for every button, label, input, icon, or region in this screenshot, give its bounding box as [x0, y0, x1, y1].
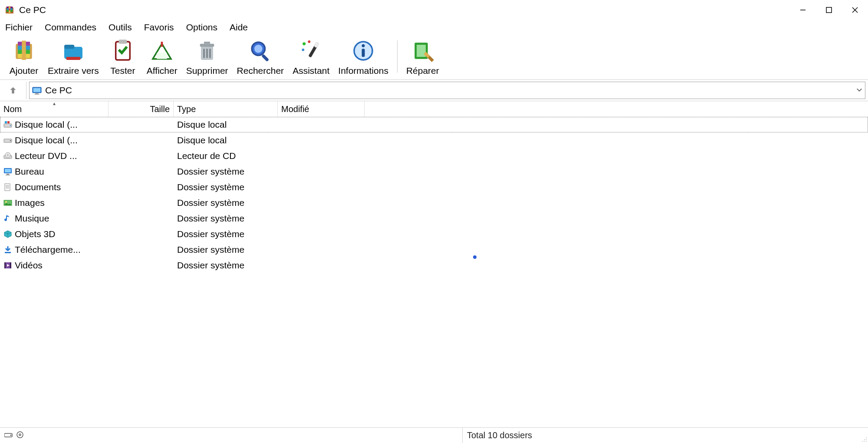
list-item[interactable]: BureauDossier système — [0, 164, 868, 179]
column-header-type[interactable]: Type — [174, 101, 278, 117]
resize-grip[interactable] — [859, 428, 868, 443]
column-header-label: Type — [177, 104, 196, 114]
toolbar-repair-button[interactable]: Réparer — [402, 37, 444, 76]
item-name: Objets 3D — [15, 229, 55, 239]
sort-indicator-icon: ▴ — [53, 101, 56, 106]
toolbar-label: Tester — [110, 66, 135, 76]
column-header-label: Modifié — [281, 104, 309, 114]
item-type: Dossier système — [174, 166, 278, 177]
svg-point-72 — [17, 432, 23, 438]
app-icon — [4, 5, 15, 15]
item-name: Disque local (... — [15, 119, 78, 130]
item-type: Dossier système — [174, 260, 278, 271]
svg-point-74 — [866, 437, 867, 438]
chevron-down-icon[interactable] — [856, 87, 862, 94]
list-item[interactable]: ImagesDossier système — [0, 195, 868, 211]
svg-rect-22 — [161, 42, 163, 47]
svg-rect-66 — [5, 252, 11, 253]
svg-point-38 — [362, 44, 365, 47]
toolbar-delete-button[interactable]: Supprimer — [182, 37, 233, 76]
list-item[interactable]: Disque local (...Disque local — [0, 117, 868, 132]
svg-rect-5 — [9, 9, 10, 10]
list-item[interactable]: VidéosDossier système — [0, 258, 868, 273]
extract-icon — [61, 39, 85, 63]
list-item[interactable]: Objets 3DDossier système — [0, 226, 868, 242]
menu-item-aide[interactable]: Aide — [230, 22, 248, 33]
svg-point-73 — [19, 434, 21, 436]
toolbar-label: Réparer — [406, 66, 439, 76]
svg-rect-25 — [204, 42, 210, 44]
window-title: Ce PC — [19, 5, 46, 15]
toolbar-test-button[interactable]: Tester — [103, 37, 142, 76]
svg-rect-45 — [34, 94, 39, 95]
item-name: Disque local (... — [15, 135, 78, 145]
address-field[interactable]: Ce PC — [29, 82, 865, 99]
svg-point-36 — [302, 49, 304, 51]
column-header-size[interactable]: Taille — [108, 101, 174, 117]
toolbar-info-button[interactable]: Informations — [334, 37, 393, 76]
list-body[interactable]: Disque local (...Disque localDisque loca… — [0, 117, 868, 427]
svg-rect-69 — [10, 262, 11, 268]
item-type: Dossier système — [174, 229, 278, 239]
test-icon — [111, 39, 135, 63]
drive-primary-icon — [3, 120, 12, 129]
svg-point-55 — [7, 155, 9, 156]
toolbar-label: Ajouter — [10, 66, 39, 76]
column-header-name[interactable]: Nom ▴ — [0, 101, 108, 117]
svg-point-52 — [10, 140, 11, 141]
svg-rect-47 — [5, 121, 7, 123]
column-header-label: Taille — [150, 104, 170, 114]
item-name: Téléchargeme... — [15, 245, 81, 255]
item-type: Dossier système — [174, 182, 278, 192]
svg-rect-18 — [66, 57, 81, 60]
svg-rect-43 — [33, 88, 40, 92]
address-text: Ce PC — [45, 85, 853, 96]
column-header-modified[interactable]: Modifié — [278, 101, 365, 117]
menu-item-commandes[interactable]: Commandes — [45, 22, 96, 33]
file-list: Nom ▴ Taille Type Modifié Disque local (… — [0, 101, 868, 427]
list-item[interactable]: Lecteur DVD ...Lecteur de CD — [0, 148, 868, 164]
toolbar-search-button[interactable]: Rechercher — [233, 37, 289, 76]
titlebar: Ce PC — [0, 0, 868, 20]
svg-point-78 — [864, 441, 865, 442]
item-name: Lecteur DVD ... — [15, 151, 77, 161]
column-header-label: Nom — [3, 104, 22, 114]
svg-rect-21 — [157, 53, 167, 59]
list-item[interactable]: Disque local (...Disque local — [0, 132, 868, 148]
toolbar-wizard-button[interactable]: Assistant — [288, 37, 334, 76]
images-icon — [3, 198, 12, 207]
music-icon — [3, 214, 12, 223]
svg-point-35 — [308, 40, 310, 43]
list-item[interactable]: DocumentsDossier système — [0, 179, 868, 195]
menu-item-options[interactable]: Options — [186, 22, 217, 33]
svg-rect-31 — [261, 54, 269, 62]
toolbar-label: Rechercher — [237, 66, 284, 76]
menu-item-favoris[interactable]: Favoris — [144, 22, 174, 33]
address-row: Ce PC — [0, 80, 868, 101]
wizard-icon — [299, 39, 323, 63]
toolbar-label: Supprimer — [186, 66, 228, 76]
svg-rect-58 — [7, 174, 9, 175]
minimize-button[interactable] — [790, 0, 816, 20]
toolbar-extract-button[interactable]: Extraire vers — [43, 37, 103, 76]
list-item[interactable]: MusiqueDossier système — [0, 211, 868, 226]
svg-rect-60 — [5, 184, 10, 191]
downloads-icon — [3, 245, 12, 254]
up-button[interactable] — [3, 82, 23, 99]
maximize-button[interactable] — [816, 0, 842, 20]
svg-point-50 — [10, 125, 11, 126]
separator — [397, 40, 398, 73]
close-button[interactable] — [842, 0, 868, 20]
item-name: Bureau — [15, 166, 44, 177]
toolbar-view-button[interactable]: Afficher — [142, 37, 182, 76]
dvd-icon — [3, 152, 12, 160]
svg-rect-39 — [362, 49, 365, 57]
toolbar-add-button[interactable]: Ajouter — [4, 37, 43, 76]
list-item[interactable]: Téléchargeme...Dossier système — [0, 242, 868, 258]
menu-item-fichier[interactable]: Fichier — [5, 22, 33, 33]
svg-rect-68 — [4, 262, 6, 268]
item-type: Disque local — [174, 119, 278, 130]
drive-icon — [3, 136, 12, 145]
toolbar: AjouterExtraire versTesterAfficherSuppri… — [0, 35, 868, 80]
menu-item-outils[interactable]: Outils — [108, 22, 132, 33]
